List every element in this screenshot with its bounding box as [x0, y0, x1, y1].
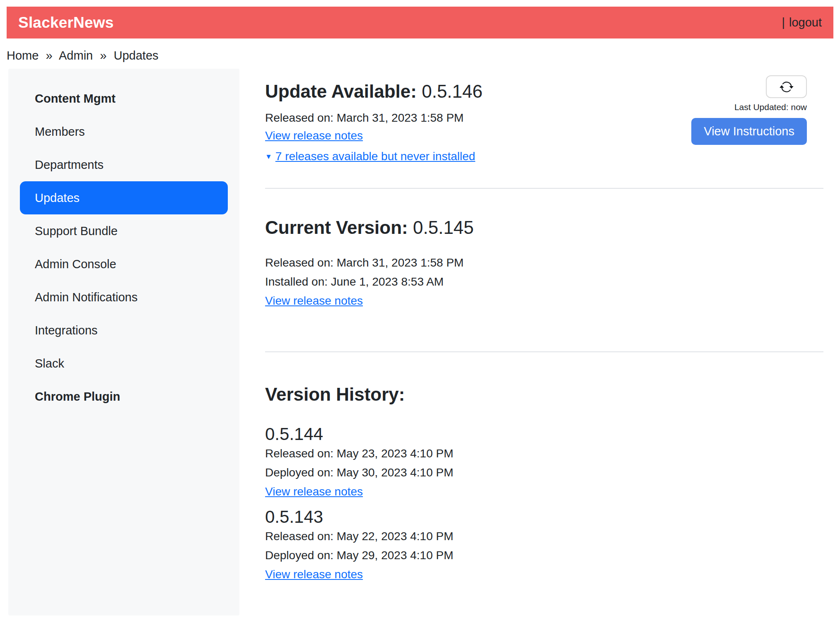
update-release-notes-link[interactable]: View release notes [265, 129, 363, 142]
section-divider [265, 188, 823, 189]
version-history-heading: Version History: [265, 384, 823, 405]
refresh-rail: Last Updated: now View Instructions [691, 75, 807, 145]
current-released-on: Released on: March 31, 2023 1:58 PM [265, 253, 823, 272]
sidebar-item-members[interactable]: Members [8, 115, 239, 148]
current-version-heading: Current Version: 0.5.145 [265, 217, 823, 238]
breadcrumb-separator: » [46, 49, 52, 62]
current-release-notes-link[interactable]: View release notes [265, 294, 363, 307]
sidebar-item-slack[interactable]: Slack [8, 347, 239, 380]
logout-link[interactable]: logout [789, 16, 822, 29]
sidebar-item-admin-notifications[interactable]: Admin Notifications [8, 281, 239, 314]
releases-never-installed-link[interactable]: 7 releases available but never installed [275, 150, 476, 163]
version-history-entry: 0.5.144 Released on: May 23, 2023 4:10 P… [265, 424, 823, 503]
logout-separator: | [782, 16, 785, 29]
history-version-number: 0.5.144 [265, 424, 823, 444]
page: SlackerNews | logout Home » Admin » Upda… [0, 0, 840, 625]
history-release-notes-link[interactable]: View release notes [265, 485, 363, 498]
breadcrumb-updates: Updates [114, 49, 159, 62]
current-version-number: 0.5.145 [413, 217, 474, 238]
breadcrumb-admin[interactable]: Admin [59, 49, 93, 62]
view-instructions-button[interactable]: View Instructions [691, 118, 807, 145]
sidebar-item-support-bundle[interactable]: Support Bundle [8, 214, 239, 248]
version-history-entry: 0.5.143 Released on: May 22, 2023 4:10 P… [265, 507, 823, 586]
history-released-on: Released on: May 22, 2023 4:10 PM [265, 527, 823, 546]
brand-logo[interactable]: SlackerNews [18, 14, 114, 31]
update-available-version: 0.5.146 [422, 81, 483, 101]
history-released-on: Released on: May 23, 2023 4:10 PM [265, 444, 823, 463]
sidebar-item-chrome-plugin[interactable]: Chrome Plugin [8, 380, 239, 413]
history-release-notes-link[interactable]: View release notes [265, 568, 363, 581]
current-installed-on: Installed on: June 1, 2023 8:53 AM [265, 272, 823, 291]
refresh-icon [780, 80, 794, 94]
breadcrumb-home[interactable]: Home [7, 49, 39, 62]
caret-down-icon: ▼ [265, 147, 272, 166]
last-updated-text: Last Updated: now [691, 102, 807, 112]
breadcrumb: Home » Admin » Updates [7, 49, 162, 62]
breadcrumb-separator: » [100, 49, 106, 62]
sidebar-item-departments[interactable]: Departments [8, 148, 239, 181]
sidebar-item-content-mgmt[interactable]: Content Mgmt [8, 82, 239, 115]
sidebar-item-integrations[interactable]: Integrations [8, 314, 239, 347]
history-deployed-on: Deployed on: May 29, 2023 4:10 PM [265, 546, 823, 565]
logout-area: | logout [782, 16, 822, 29]
update-available-label: Update Available: [265, 81, 417, 101]
sidebar-item-updates[interactable]: Updates [20, 181, 228, 214]
history-version-number: 0.5.143 [265, 507, 823, 527]
updates-main: Last Updated: now View Instructions Upda… [265, 69, 823, 586]
sidebar-item-admin-console[interactable]: Admin Console [8, 248, 239, 281]
refresh-button[interactable] [766, 75, 807, 98]
admin-sidebar: Content Mgmt Members Departments Updates… [8, 69, 239, 615]
top-navbar: SlackerNews | logout [7, 7, 833, 38]
history-deployed-on: Deployed on: May 30, 2023 4:10 PM [265, 463, 823, 482]
current-version-label: Current Version: [265, 217, 408, 238]
section-divider [265, 351, 823, 352]
